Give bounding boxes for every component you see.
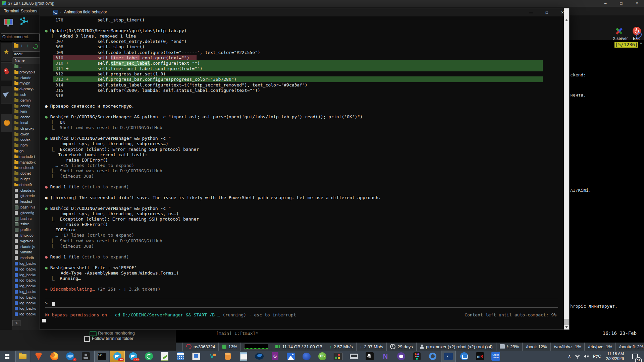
context-left-label: Context left until auto-compact: 9% [465, 312, 556, 318]
taskbar-app-telegram2[interactable]: 715 [126, 351, 140, 362]
servers-icon [20, 17, 28, 25]
winframe-icon [192, 353, 200, 360]
taskbar-app-mremote[interactable]: mR [473, 351, 487, 362]
menu-terminal[interactable]: Terminal [4, 9, 19, 13]
taskbar-app-vtool[interactable]: V [205, 351, 219, 362]
taskbar-app-dbtool[interactable] [221, 351, 235, 362]
monitor-cell[interactable]: /: 29% [496, 343, 523, 351]
monitor-cell[interactable]: /etc/pve: 1% [584, 343, 615, 351]
download-icon[interactable]: ↓ [20, 43, 23, 48]
scrollbar-up-icon[interactable] [565, 19, 568, 21]
monitor-cell[interactable]: /var/lib/vz: 1% [550, 343, 585, 351]
folder-up-icon[interactable] [14, 44, 18, 48]
tray-time: 11:16 AM [606, 352, 624, 356]
monitor-cell[interactable]: /boot: 12% [522, 343, 550, 351]
file-name: .npm [19, 143, 28, 147]
terminal-line: ⎿ (timeout 30s) [45, 174, 94, 179]
bg-scroll-up-icon[interactable]: ^ [640, 42, 642, 46]
notification-center[interactable]: 32 [632, 351, 638, 362]
tmux-status-bar: [main] 1:[tmux]* 16:16 23-Feb [176, 330, 644, 343]
taskbar-app-termpuzzle[interactable] [331, 351, 345, 362]
scrollbar-down-icon[interactable] [565, 326, 568, 328]
taskbar-app-calc[interactable] [173, 351, 187, 362]
wifi-icon[interactable] [575, 351, 580, 362]
x-server-icon[interactable] [615, 27, 624, 36]
background-text-fragment: ckend: [570, 72, 586, 78]
file-name: .. [19, 64, 21, 68]
terminal-scrollbar[interactable] [564, 8, 569, 329]
sync-icon [145, 352, 153, 360]
mobaxterm-close-button[interactable]: × [632, 0, 642, 6]
taskbar-app-figma[interactable] [410, 351, 424, 362]
tray-chevron-icon[interactable]: ∧ [568, 351, 571, 362]
speaker-icon[interactable] [584, 351, 589, 362]
taskbar-app-photos[interactable] [284, 351, 298, 362]
start-button[interactable] [0, 351, 14, 362]
menu-sessions[interactable]: Sessions [21, 9, 37, 13]
taskbar-app-cube[interactable] [363, 351, 377, 362]
tab-tools[interactable] [1, 62, 12, 80]
terminal-maximize-button[interactable]: □ [539, 8, 554, 16]
taskbar-app-quickutmo[interactable]: Quick utmo [489, 351, 503, 362]
file-icon [15, 262, 18, 265]
monitor-cell[interactable]: proxmoxer (x2) robot (x2) root (x4) [416, 343, 496, 351]
terminal-line: 314 self.status_label.configure(text=t("… [45, 82, 308, 88]
terminal-body[interactable]: > ⏵⏵ bypass permissions on · cd D:/CODIN… [40, 16, 564, 329]
monitor-cell[interactable]: 29 days [386, 343, 416, 351]
folder-icon [14, 94, 18, 96]
quickutmo-icon: Quick utmo [491, 352, 500, 361]
tab-favorites[interactable]: ★ [1, 43, 12, 61]
taskbar-app-github[interactable] [394, 351, 408, 362]
file-name: .gemini [19, 98, 31, 102]
hscroll-left-button[interactable]: < [12, 320, 20, 326]
follow-terminal-checkbox[interactable] [84, 336, 90, 342]
file-icon [15, 189, 18, 192]
taskbar-app-notepad[interactable] [236, 351, 251, 362]
taskbar-app-thunderbird[interactable]: 2 [63, 351, 77, 362]
taskbar-app-purpleN[interactable]: N [378, 351, 392, 362]
keyboard-language[interactable]: РУС [593, 351, 601, 362]
taskbar-app-firefox[interactable] [47, 351, 61, 362]
taskbar-app-bluemon[interactable] [457, 351, 471, 362]
quick-connect-input[interactable]: Quick connect. [1, 34, 40, 41]
monitor-cell[interactable]: /boot/efi: 2% [615, 343, 644, 351]
refresh-icon[interactable] [32, 43, 39, 50]
file-icon [15, 245, 18, 249]
terminal-titlebar[interactable]: >_ · Animation field behavior — □ ✕ [40, 8, 569, 16]
taskbar-app-monwave[interactable] [347, 351, 361, 362]
taskbar-app-bluering[interactable] [426, 351, 440, 362]
terminal-line: ✳ Discombobulating… (2m 25s · ↓ 3.2k tok… [45, 287, 160, 292]
mobaxterm-minimize-button[interactable]: – [600, 0, 610, 6]
scrollbar-thumb[interactable] [564, 319, 569, 325]
taskbar-clock[interactable]: 11:16 AM 2/23/2026 [606, 351, 624, 362]
monitor-cell[interactable] [240, 343, 272, 351]
taskbar-app-sync[interactable] [142, 351, 156, 362]
remote-monitoring-label[interactable]: Remote monitoring [98, 330, 135, 336]
taskbar-app-brave[interactable] [32, 351, 46, 362]
taskbar-app-winframe[interactable] [189, 351, 203, 362]
monitor-cell[interactable]: 11.14 GB / 31.00 GB [272, 343, 326, 351]
upload-icon[interactable]: ↑ [26, 43, 29, 48]
unread-badge: .30 [118, 358, 124, 361]
monitor-value: /var/lib/vz: 1% [554, 344, 581, 349]
taskbar-app-gdoc[interactable]: G [268, 351, 282, 362]
mobaxterm-maximize-button[interactable]: □ [616, 0, 626, 6]
taskbar-app-explorer[interactable] [16, 351, 30, 362]
terminal-minimize-button[interactable]: — [523, 8, 539, 16]
taskbar-app-notepadpp[interactable] [158, 351, 172, 362]
taskbar-app-telegram1[interactable]: .30 [110, 351, 124, 362]
taskbar-app-proxyapp[interactable] [79, 351, 93, 362]
monitor-cell[interactable]: 13% [218, 343, 240, 351]
taskbar-app-dragon[interactable] [300, 351, 314, 362]
taskbar-app-powershell[interactable]: ›_ [441, 351, 455, 362]
taskbar-app-cmd[interactable]: C:\_ [95, 351, 109, 362]
taskbar-app-darkbird[interactable] [252, 351, 266, 362]
tab-sftp[interactable] [1, 86, 12, 104]
tab-network[interactable] [1, 114, 12, 132]
monitor-cell[interactable]: ↓2.97 Mb/s [356, 343, 387, 351]
monitor-cell[interactable]: ns3063324 [182, 343, 218, 351]
taskbar-app-heidisql[interactable]: HS [315, 351, 329, 362]
terminal-line: ● Read 1 file (ctrl+o to expand) [45, 254, 129, 260]
termpuzzle-icon [334, 353, 342, 360]
monitor-cell[interactable]: ↑2.57 Mb/s [326, 343, 356, 351]
